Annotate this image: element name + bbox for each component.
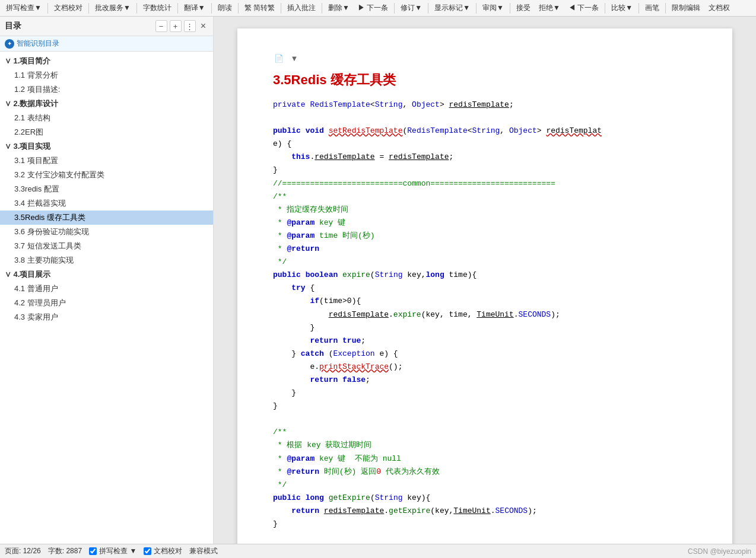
status-left: 页面: 12/26 字数: 2887 拼写检查 ▼ 文档校对 兼容模式 bbox=[5, 546, 218, 556]
toc-item-15[interactable]: ∨ 4.项目展示 bbox=[0, 267, 213, 282]
sidebar-title: 目录 bbox=[5, 21, 21, 31]
toc-item-5[interactable]: 2.2ER图 bbox=[0, 125, 213, 139]
doc-check-checkbox[interactable] bbox=[144, 547, 151, 555]
code-line-11: * @return bbox=[273, 243, 697, 256]
accept-btn[interactable]: 接受 bbox=[513, 2, 534, 14]
restrict-edit-btn[interactable]: 限制编辑 bbox=[668, 2, 704, 14]
spell-check-btn[interactable]: 拼写检查▼ bbox=[2, 2, 45, 14]
code-line-7: /** bbox=[273, 190, 697, 203]
paint-btn[interactable]: 画笔 bbox=[641, 2, 663, 14]
sep6 bbox=[238, 3, 239, 14]
sep15 bbox=[665, 3, 666, 14]
code-line-31: } bbox=[273, 518, 697, 531]
code-line-4: this.redisTemplate = redisTemplate; bbox=[273, 151, 697, 164]
smart-toc-bar[interactable]: ✦ 智能识别目录 bbox=[0, 36, 213, 52]
page-paper: 📄 ▼ 3.5Redis 缓存工具类 private RedisTemplate… bbox=[237, 28, 732, 544]
doc-chevron-icon[interactable]: ▼ bbox=[288, 52, 300, 64]
sep8 bbox=[322, 3, 322, 14]
code-line-3: e) { bbox=[273, 138, 697, 151]
code-block: private RedisTemplate<String, Object> re… bbox=[273, 98, 697, 544]
code-line-16: redisTemplate.expire(key, time, TimeUnit… bbox=[273, 308, 697, 321]
sep1 bbox=[47, 3, 48, 14]
smart-toc-icon: ✦ bbox=[5, 39, 14, 49]
toc-item-1[interactable]: 1.1 背景分析 bbox=[0, 68, 213, 82]
next-item-btn[interactable]: ▶ 下一条 bbox=[354, 2, 392, 14]
doc-check-status[interactable]: 文档校对 bbox=[144, 546, 182, 556]
reject-btn[interactable]: 拒绝▼ bbox=[535, 2, 564, 14]
toc-item-7[interactable]: 3.1 项目配置 bbox=[0, 154, 213, 168]
code-line-18: return true; bbox=[273, 334, 697, 347]
delete-btn[interactable]: 删除▼ bbox=[325, 2, 353, 14]
code-line-8: * 指定缓存失效时间 bbox=[273, 203, 697, 216]
toc-item-13[interactable]: 3.7 短信发送工具类 bbox=[0, 239, 213, 253]
show-marks-btn[interactable]: 显示标记▼ bbox=[431, 2, 474, 14]
collapse-all-btn[interactable]: − bbox=[155, 20, 167, 32]
toc-item-2[interactable]: 1.2 项目描述: bbox=[0, 82, 213, 97]
code-line-14: try { bbox=[273, 282, 697, 295]
toc-item-6[interactable]: ∨ 3.项目实现 bbox=[0, 139, 213, 154]
smart-toc-label: 智能识别目录 bbox=[17, 39, 59, 49]
sidebar-close-btn[interactable]: × bbox=[198, 21, 208, 31]
doc-page[interactable]: 📄 ▼ 3.5Redis 缓存工具类 private RedisTemplate… bbox=[214, 17, 756, 544]
code-line-15: if(time>0){ bbox=[273, 295, 697, 308]
toc-item-11[interactable]: 3.5Redis 缓存工具类 bbox=[0, 211, 213, 225]
toc-item-10[interactable]: 3.4 拦截器实现 bbox=[0, 196, 213, 211]
toc-item-8[interactable]: 3.2 支付宝沙箱支付配置类 bbox=[0, 168, 213, 182]
code-line-29: public long getExpire(String key){ bbox=[273, 492, 697, 505]
code-line-19: } catch (Exception e) { bbox=[273, 347, 697, 361]
code-line-2: public void setRedisTemplate(RedisTempla… bbox=[273, 125, 697, 138]
toc-item-18[interactable]: 4.3 卖家用户 bbox=[0, 310, 213, 324]
translate-btn[interactable]: 翻译▼ bbox=[180, 2, 209, 14]
read-aloud-btn[interactable]: 朗读 bbox=[214, 2, 236, 14]
compare-btn[interactable]: 比较▼ bbox=[608, 2, 636, 14]
toc-item-16[interactable]: 4.1 普通用户 bbox=[0, 282, 213, 296]
word-count-status: 字数: 2887 bbox=[48, 546, 82, 556]
sep12 bbox=[510, 3, 510, 14]
toc-item-14[interactable]: 3.8 主要功能实现 bbox=[0, 253, 213, 267]
settings-btn[interactable]: ⋮ bbox=[184, 20, 196, 32]
main-area: 目录 − + ⋮ × ✦ 智能识别目录 ∨ 1.项目简介1.1 背景分析1.2 … bbox=[0, 17, 756, 544]
spell-check-checkbox[interactable] bbox=[89, 547, 97, 555]
toc-item-3[interactable]: ∨ 2.数据库设计 bbox=[0, 97, 213, 111]
word-count-btn[interactable]: 字数统计 bbox=[139, 2, 175, 14]
spell-check-status[interactable]: 拼写检查 ▼ bbox=[89, 546, 136, 556]
code-line-6: //==========================common======… bbox=[273, 177, 697, 190]
code-line-5: } bbox=[273, 164, 697, 177]
code-line-20: e.printStackTrace(); bbox=[273, 361, 697, 374]
page-info: 页面: 12/26 bbox=[5, 546, 41, 556]
toc-item-12[interactable]: 3.6 身份验证功能实现 bbox=[0, 225, 213, 239]
status-bar: 页面: 12/26 字数: 2887 拼写检查 ▼ 文档校对 兼容模式 CSDN… bbox=[0, 544, 756, 558]
toc-tree: ∨ 1.项目简介1.1 背景分析1.2 项目描述:∨ 2.数据库设计2.1 表结… bbox=[0, 52, 213, 544]
code-line-9: * @param key 键 bbox=[273, 216, 697, 229]
code-line-12: */ bbox=[273, 256, 697, 269]
trad-simp-btn[interactable]: 繁 简转繁 bbox=[241, 2, 278, 14]
code-line-21: return false; bbox=[273, 374, 697, 387]
toc-item-4[interactable]: 2.1 表结构 bbox=[0, 111, 213, 125]
doc-check-btn[interactable]: 文档校对 bbox=[50, 2, 86, 14]
sidebar-header: 目录 − + ⋮ × bbox=[0, 17, 213, 36]
code-line-30: return redisTemplate.getExpire(key,TimeU… bbox=[273, 505, 697, 518]
doc-file-icon[interactable]: 📄 bbox=[273, 52, 285, 64]
code-line-22: } bbox=[273, 387, 697, 400]
sep11 bbox=[476, 3, 477, 14]
correction-service-btn[interactable]: 批改服务▼ bbox=[91, 2, 134, 14]
toc-item-0[interactable]: ∨ 1.项目简介 bbox=[0, 54, 213, 68]
prev-item-btn[interactable]: ◀ 下一条 bbox=[565, 2, 602, 14]
review-btn[interactable]: 审阅▼ bbox=[479, 2, 507, 14]
toc-item-9[interactable]: 3.3redis 配置 bbox=[0, 182, 213, 196]
doc-rights-btn[interactable]: 文档权 bbox=[705, 2, 733, 14]
sidebar: 目录 − + ⋮ × ✦ 智能识别目录 ∨ 1.项目简介1.1 背景分析1.2 … bbox=[0, 17, 214, 544]
expand-all-btn[interactable]: + bbox=[170, 20, 182, 32]
compat-mode: 兼容模式 bbox=[189, 546, 218, 556]
sep14 bbox=[639, 3, 639, 14]
code-line-13: public boolean expire(String key,long ti… bbox=[273, 269, 697, 282]
sep3 bbox=[136, 3, 137, 14]
code-line-blank1 bbox=[273, 111, 697, 125]
code-line-28: */ bbox=[273, 479, 697, 492]
insert-comment-btn[interactable]: 插入批注 bbox=[284, 2, 319, 14]
code-line-23: } bbox=[273, 400, 697, 413]
sep4 bbox=[177, 3, 178, 14]
sep13 bbox=[605, 3, 605, 14]
revision-btn[interactable]: 修订▼ bbox=[397, 2, 425, 14]
toc-item-17[interactable]: 4.2 管理员用户 bbox=[0, 296, 213, 310]
